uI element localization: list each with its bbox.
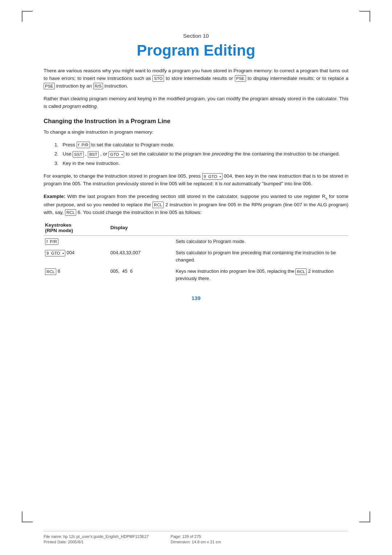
table-cell-keys: RCL 6 [44,266,109,284]
corner-mark-tl [22,11,33,22]
footer-dimension: Dimension: 14.8 cm x 21 cm [171,540,221,544]
table-cell-display: 004,43,33,007 [109,247,174,266]
steps-list: 1. Press f P/R to set the calculator to … [54,141,348,168]
col-header-keys: Keystrokes(RPN mode) [44,222,109,236]
table-row: f P/R Sets calculator to Program mode. [44,235,348,247]
key-9-gto-table: 9 GTO • [45,250,65,256]
table-header-row: Keystrokes(RPN mode) Display [44,222,348,236]
step-1: 1. Press f P/R to set the calculator to … [54,141,348,149]
key-pse-1: PSE [235,75,246,82]
section-heading: Changing the Instruction in a Program Li… [44,118,348,125]
key-gto-dot: GTO • [109,151,124,158]
step-2: 2. Use SST , BST , or GTO • to set the c… [54,150,348,158]
keystrokes-table: Keystrokes(RPN mode) Display f P/R Sets … [44,222,348,284]
key-bst: BST [88,151,99,158]
table-cell-desc: Sets calculator to Program mode. [174,235,348,247]
page: Section 10 Program Editing There are var… [0,0,392,555]
footer: File name: hp 12c pt_user's guide_Englis… [44,531,348,544]
key-rcl-1: RCL [152,202,164,208]
footer-left: File name: hp 12c pt_user's guide_Englis… [44,534,149,544]
corner-mark-br [359,511,370,522]
corner-mark-bl [22,511,33,522]
page-number: 139 [44,295,348,301]
table-row: RCL 6 005, 45 6 Keys new instruction int… [44,266,348,284]
table-cell-desc: Sets calculator to program line precedin… [174,247,348,266]
table-cell-keys: f P/R [44,235,109,247]
footer-filename: File name: hp 12c pt_user's guide_Englis… [44,534,149,539]
table-cell-desc: Keys new instruction into program line 0… [174,266,348,284]
footer-right: Page: 139 of 275 Dimension: 14.8 cm x 21… [171,534,221,544]
step-intro: To change a single instruction in progra… [44,129,348,136]
intro-paragraph-2: Rather than clearing program memory and … [44,95,348,110]
key-rcl-2: RCL [65,209,76,216]
col-header-desc [174,222,348,236]
intro-paragraph-1: There are various reasons why you might … [44,67,348,90]
footer-printed: Printed Date: 2005/8/1 [44,540,149,544]
key-9-gto-dot: 9 GTO • [202,173,222,180]
step-3: 3. Key in the new instruction. [54,160,348,167]
key-rs: R/S [93,83,103,89]
key-f-pr-table: f P/R [45,238,58,245]
col-header-display: Display [109,222,174,236]
table-row: 9 GTO • 004 004,43,33,007 Sets calculato… [44,247,348,266]
table-cell-display [109,235,174,247]
page-title: Program Editing [44,42,348,59]
corner-mark-tr [359,11,370,22]
table-cell-display: 005, 45 6 [109,266,174,284]
key-rcl-6-table: RCL [45,268,56,275]
table-cell-keys: 9 GTO • 004 [44,247,109,266]
footer-page: Page: 139 of 275 [171,534,221,539]
key-sst: SST [73,151,83,158]
example-paragraph: For example, to change the instruction s… [44,173,348,188]
key-sto: STO [152,75,164,82]
section-label: Section 10 [44,33,348,39]
bold-example-paragraph: Example: With the last program from the … [44,193,348,216]
key-pse-2: PSE [44,83,55,89]
key-rcl-desc: RCL [295,268,307,275]
key-f-pr: f P/R [77,142,90,148]
